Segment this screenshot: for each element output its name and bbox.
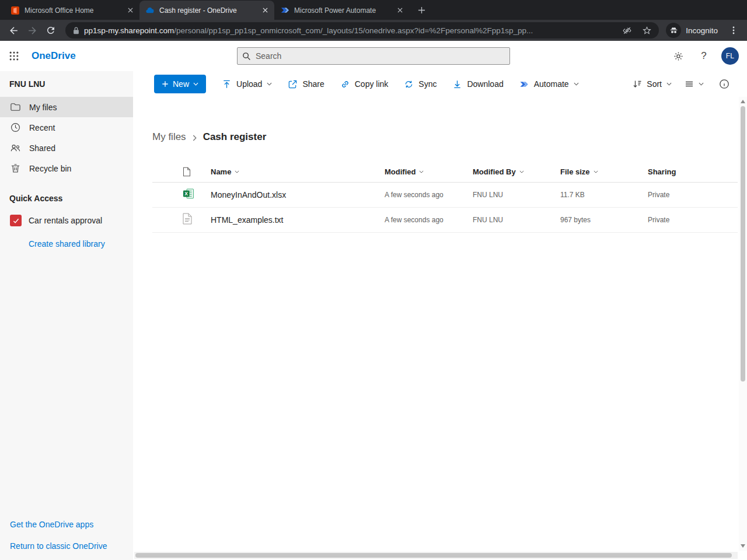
tracking-protection-eye-icon[interactable] <box>619 23 634 38</box>
column-label: Modified <box>385 167 416 176</box>
sort-icon <box>633 79 642 89</box>
column-header-name[interactable]: Name <box>211 167 385 176</box>
refresh-icon <box>46 25 56 36</box>
back-arrow-icon <box>8 25 19 36</box>
sort-label: Sort <box>647 79 662 89</box>
chevron-down-icon <box>267 82 272 86</box>
bookmark-star-icon[interactable] <box>639 23 654 38</box>
column-header-modified[interactable]: Modified <box>385 167 473 176</box>
sidebar-item-shared[interactable]: Shared <box>0 138 133 158</box>
command-bar: New Upload Share Copy link <box>133 71 747 97</box>
column-header-sharing[interactable]: Sharing <box>648 167 738 176</box>
scroll-up-icon[interactable] <box>741 100 745 103</box>
breadcrumb-my-files[interactable]: My files <box>152 131 186 143</box>
settings-gear-icon[interactable] <box>670 48 686 64</box>
file-name[interactable]: HTML_examples.txt <box>211 215 385 225</box>
search-icon <box>242 52 251 61</box>
new-button[interactable]: New <box>154 75 206 93</box>
tab-title: Microsoft Power Automate <box>294 6 390 15</box>
page-body: FNU LNU My files Recent <box>0 71 747 560</box>
tab-title: Cash register - OneDrive <box>159 6 256 15</box>
horizontal-scrollbar-thumb[interactable] <box>135 553 732 558</box>
app-launcher-button[interactable] <box>0 41 28 71</box>
create-shared-library-link[interactable]: Create shared library <box>0 231 133 249</box>
horizontal-scrollbar[interactable] <box>134 552 738 559</box>
incognito-badge: Incognito <box>665 23 724 38</box>
sidebar-item-label: My files <box>29 103 57 112</box>
search-box[interactable] <box>237 47 510 65</box>
browser-tab-cash-register[interactable]: Cash register - OneDrive <box>139 1 274 20</box>
chevron-down-icon <box>235 170 239 173</box>
sidebar-item-my-files[interactable]: My files <box>0 97 133 117</box>
screen: Microsoft Office Home Cash register - On… <box>0 0 747 560</box>
forward-button[interactable] <box>23 22 41 39</box>
address-bar[interactable]: pp1sp-my.sharepoint.com/personal/pp1sp_p… <box>65 22 659 38</box>
kebab-menu-icon <box>729 26 738 35</box>
file-modified-by: FNU LNU <box>473 216 560 224</box>
upload-button[interactable]: Upload <box>222 79 272 89</box>
vertical-scrollbar[interactable] <box>739 97 747 551</box>
refresh-button[interactable] <box>42 22 60 39</box>
owner-name: FNU LNU <box>0 75 133 97</box>
url-domain: pp1sp-my.sharepoint.com <box>84 26 174 35</box>
column-header-file-type[interactable] <box>152 167 211 177</box>
lock-icon <box>73 26 79 34</box>
main-content: New Upload Share Copy link <box>133 71 747 560</box>
help-icon[interactable]: ? <box>696 48 712 64</box>
tab-close-icon[interactable] <box>260 5 270 15</box>
browser-toolbar: pp1sp-my.sharepoint.com/personal/pp1sp_p… <box>0 20 747 41</box>
file-row[interactable]: X MoneyInAndOut.xlsx A few seconds ago F… <box>152 183 738 208</box>
sidebar-item-recycle-bin[interactable]: Recycle bin <box>0 158 133 178</box>
search-input[interactable] <box>256 51 505 61</box>
upload-icon <box>222 79 232 89</box>
column-header-modified-by[interactable]: Modified By <box>473 167 560 176</box>
automate-button[interactable]: Automate <box>519 79 579 89</box>
details-info-button[interactable] <box>717 76 732 92</box>
get-onedrive-apps-link[interactable]: Get the OneDrive apps <box>10 520 107 529</box>
url-path: /personal/pp1sp_pp1sp_onmicrosoft_com/_l… <box>174 26 533 35</box>
chevron-down-icon <box>193 82 198 86</box>
column-header-file-size[interactable]: File size <box>560 167 648 176</box>
list-view-icon <box>685 79 694 89</box>
office-favicon-icon <box>11 6 20 15</box>
download-icon <box>452 79 462 89</box>
download-button[interactable]: Download <box>452 79 503 89</box>
breadcrumb: My files Cash register <box>152 131 747 143</box>
new-tab-button[interactable] <box>414 2 429 18</box>
browser-tab-power-automate[interactable]: Microsoft Power Automate <box>274 1 409 20</box>
new-button-label: New <box>173 79 189 89</box>
scroll-down-icon[interactable] <box>741 544 745 548</box>
file-modified: A few seconds ago <box>385 216 473 224</box>
folder-icon <box>10 102 21 113</box>
account-avatar[interactable]: FL <box>721 47 739 65</box>
view-options-button[interactable] <box>685 79 704 89</box>
chevron-down-icon <box>699 82 704 86</box>
sort-button[interactable]: Sort <box>633 79 672 89</box>
file-modified: A few seconds ago <box>385 191 473 199</box>
back-button[interactable] <box>5 22 22 39</box>
return-to-classic-link[interactable]: Return to classic OneDrive <box>10 541 107 551</box>
browser-tab-strip: Microsoft Office Home Cash register - On… <box>0 0 747 20</box>
tab-title: Microsoft Office Home <box>25 6 121 15</box>
onedrive-brand: OneDrive <box>32 50 76 62</box>
chevron-down-icon <box>666 82 672 86</box>
sidebar-footer: Get the OneDrive apps Return to classic … <box>0 520 117 551</box>
sidebar-item-car-rentals-approval[interactable]: Car rentals approval <box>0 210 133 231</box>
sidebar-item-recent[interactable]: Recent <box>0 117 133 138</box>
incognito-icon <box>666 23 681 38</box>
sync-button[interactable]: Sync <box>404 79 437 89</box>
info-icon <box>719 79 729 89</box>
trash-icon <box>10 163 21 174</box>
copy-link-button[interactable]: Copy link <box>340 79 389 89</box>
share-button[interactable]: Share <box>288 79 324 89</box>
column-label: Name <box>211 167 231 176</box>
automate-label: Automate <box>534 79 569 89</box>
browser-menu-button[interactable] <box>725 22 742 39</box>
tab-close-icon[interactable] <box>125 5 135 15</box>
vertical-scrollbar-thumb[interactable] <box>741 106 745 382</box>
file-size: 11.7 KB <box>560 191 648 199</box>
tab-close-icon[interactable] <box>395 5 405 15</box>
browser-tab-office-home[interactable]: Microsoft Office Home <box>5 1 139 20</box>
file-name[interactable]: MoneyInAndOut.xlsx <box>211 190 385 200</box>
file-row[interactable]: HTML_examples.txt A few seconds ago FNU … <box>152 208 738 233</box>
